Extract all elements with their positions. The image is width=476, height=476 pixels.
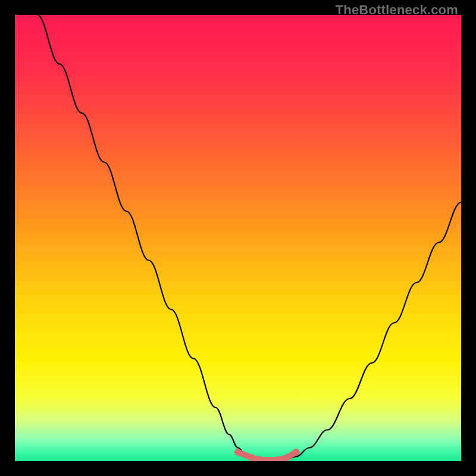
svg-point-8 bbox=[248, 454, 255, 461]
svg-point-12 bbox=[284, 454, 291, 461]
bottleneck-curve bbox=[37, 15, 462, 461]
chart-frame bbox=[15, 15, 461, 461]
bottleneck-curve-svg bbox=[15, 15, 461, 461]
svg-point-13 bbox=[293, 449, 300, 456]
watermark-text: TheBottleneck.com bbox=[336, 2, 458, 18]
optimal-range-markers bbox=[234, 449, 300, 461]
svg-point-7 bbox=[234, 449, 242, 456]
